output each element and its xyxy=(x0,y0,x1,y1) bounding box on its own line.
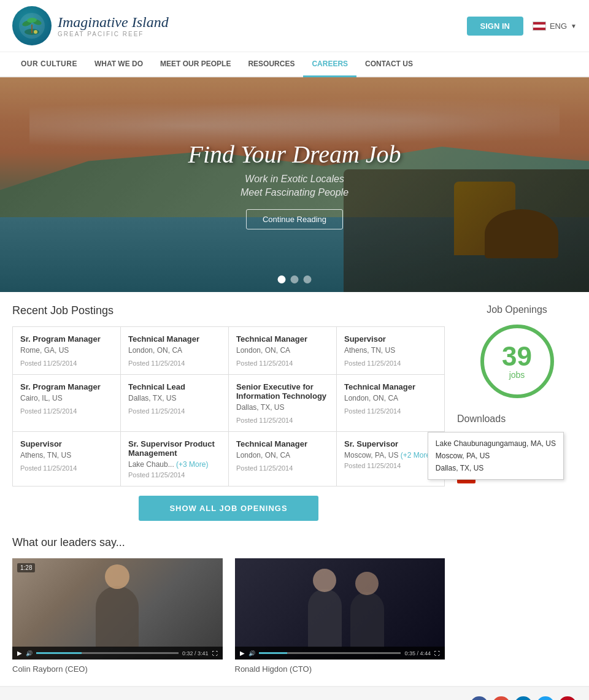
footer-nav: OUR CULTURE WHAT WE DO MEET OUR PEOPLE R… xyxy=(12,696,577,700)
nav-item-contact-us[interactable]: CONTACT US xyxy=(356,52,422,76)
fullscreen-icon[interactable]: ⛶ xyxy=(212,650,218,656)
time-ceo: 0:32 / 3:41 xyxy=(182,650,209,656)
volume-icon[interactable]: 🔊 xyxy=(26,650,33,656)
head-silhouette-cto-1 xyxy=(313,569,336,592)
video-controls-bar-cto: ▶ 🔊 0:35 / 4:44 ⛶ xyxy=(235,647,445,660)
nav-item-careers[interactable]: CAREERS xyxy=(303,52,356,77)
table-row: Sr. Supervisor Moscow, PA, US (+2 More) … xyxy=(337,432,444,486)
facebook-button[interactable]: f xyxy=(470,696,488,700)
dot-1[interactable] xyxy=(278,275,286,283)
job-title: Sr. Supervisor Product Management xyxy=(128,439,221,458)
downloads-title: Downloads xyxy=(457,413,577,425)
tooltip-item: Dallas, TX, US xyxy=(436,462,556,474)
job-title: Supervisor xyxy=(20,439,113,448)
job-posted: Posted 11/25/2014 xyxy=(344,462,437,469)
video-thumbnail-cto: ▶ 🔊 0:35 / 4:44 ⛶ xyxy=(235,558,445,660)
continue-reading-button[interactable]: Continue Reading xyxy=(246,209,343,229)
job-location: Dallas, TX, US xyxy=(128,394,221,402)
video-controls-bar: ▶ 🔊 0:32 / 3:41 ⛶ xyxy=(12,647,223,660)
progress-bar-cto[interactable] xyxy=(259,652,401,654)
location-tooltip: Lake Chaubunagungamaug, MA, US Moscow, P… xyxy=(428,432,564,480)
job-title: Sr. Program Manager xyxy=(20,382,113,391)
job-posted: Posted 11/25/2014 xyxy=(20,360,113,367)
job-location: London, ON, CA xyxy=(236,346,329,355)
play-icon-cto[interactable]: ▶ xyxy=(240,650,245,656)
table-row: Technical Manager London, ON, CA Posted … xyxy=(229,327,336,374)
hero-dots xyxy=(278,275,312,283)
job-location: London, ON, CA xyxy=(344,394,437,402)
job-location: London, ON, CA xyxy=(236,451,329,460)
job-location: Cairo, IL, US xyxy=(20,394,113,402)
person-silhouette-cto-2 xyxy=(350,592,384,647)
job-title: Technical Manager xyxy=(128,334,221,344)
hero-title: Find Your Dream Job xyxy=(188,140,401,169)
job-count: 39 xyxy=(502,343,532,370)
job-grid: Sr. Program Manager Rome, GA, US Posted … xyxy=(12,326,445,487)
table-row: Technical Manager London, ON, CA Posted … xyxy=(121,327,228,374)
hero-subtitle2: Meet Fascinating People xyxy=(241,187,348,198)
twitter-button[interactable]: t xyxy=(536,696,555,700)
table-row: Sr. Program Manager Rome, GA, US Posted … xyxy=(13,327,120,374)
header-right: SIGN IN ENG ▼ xyxy=(467,17,577,36)
linkedin-button[interactable]: in xyxy=(514,696,533,700)
show-all-jobs-button[interactable]: SHOW ALL JOB OPENINGS xyxy=(139,496,318,521)
logo-area: Imaginative Island GREAT PACIFIC REEF xyxy=(12,6,169,45)
job-title: Sr. Program Manager xyxy=(20,334,113,344)
job-posted: Posted 11/25/2014 xyxy=(20,407,113,415)
header: Imaginative Island GREAT PACIFIC REEF SI… xyxy=(0,0,589,52)
job-location: Athens, TN, US xyxy=(20,451,113,460)
progress-fill-cto xyxy=(259,652,287,654)
job-title: Supervisor xyxy=(344,334,437,344)
dot-2[interactable] xyxy=(291,275,299,283)
table-row: Technical Lead Dallas, TX, US Posted 11/… xyxy=(121,375,228,431)
job-openings-widget: Job Openings 39 jobs xyxy=(457,304,577,398)
job-title: Technical Lead xyxy=(128,382,221,391)
logo-icon xyxy=(12,6,52,45)
job-posted: Posted 11/25/2014 xyxy=(344,360,437,367)
table-row: Senior Executive for Information Technol… xyxy=(229,375,336,431)
flag-icon xyxy=(533,21,546,31)
job-title: Technical Manager xyxy=(236,439,329,448)
nav-item-what-we-do[interactable]: WHAT WE DO xyxy=(86,52,152,76)
play-icon[interactable]: ▶ xyxy=(17,650,22,656)
more-locations-1[interactable]: (+3 More) xyxy=(176,460,208,469)
table-row: Supervisor Athens, TN, US Posted 11/25/2… xyxy=(337,327,444,374)
progress-bar-ceo[interactable] xyxy=(36,652,179,654)
lang-selector[interactable]: ENG ▼ xyxy=(533,21,577,31)
palm-tree-icon xyxy=(18,12,45,39)
right-column: Job Openings 39 jobs Downloads PDF McKin… xyxy=(457,304,577,674)
google-plus-button[interactable]: g+ xyxy=(492,696,510,700)
job-posted: Posted 11/25/2014 xyxy=(236,417,329,424)
fullscreen-icon-cto[interactable]: ⛶ xyxy=(434,650,440,656)
table-row: Sr. Program Manager Cairo, IL, US Posted… xyxy=(13,375,120,431)
job-location: London, ON, CA xyxy=(128,346,221,355)
sign-in-button[interactable]: SIGN IN xyxy=(467,17,523,36)
job-location: Moscow, PA, US (+2 More) xyxy=(344,451,437,460)
dot-3[interactable] xyxy=(304,275,312,283)
chevron-down-icon: ▼ xyxy=(571,23,577,29)
leaders-title: What our leaders say... xyxy=(12,536,445,549)
tooltip-item: Moscow, PA, US xyxy=(436,450,556,462)
job-openings-title: Job Openings xyxy=(457,304,577,315)
job-posted: Posted 11/25/2014 xyxy=(128,471,221,479)
leaders-section: What our leaders say... ▶ 🔊 xyxy=(12,536,445,674)
job-location: Rome, GA, US xyxy=(20,346,113,355)
head-silhouette-cto-2 xyxy=(355,572,379,595)
nav-item-resources[interactable]: RESOURCES xyxy=(239,52,303,76)
hero-section: Find Your Dream Job Work in Exotic Local… xyxy=(0,77,589,292)
job-location: Dallas, TX, US xyxy=(236,403,329,412)
recent-jobs-section: Recent Job Postings Sr. Program Manager … xyxy=(12,304,445,521)
job-posted: Posted 11/25/2014 xyxy=(128,360,221,367)
video-thumbnail-ceo: ▶ 🔊 0:32 / 3:41 ⛶ 1:28 xyxy=(12,558,223,660)
table-row: Technical Manager London, ON, CA Posted … xyxy=(337,375,444,431)
pinterest-button[interactable]: P xyxy=(558,696,577,700)
tooltip-item: Lake Chaubunagungamaug, MA, US xyxy=(436,437,556,450)
footer: OUR CULTURE WHAT WE DO MEET OUR PEOPLE R… xyxy=(0,686,589,700)
video-row: ▶ 🔊 0:32 / 3:41 ⛶ 1:28 Colin Rayborn (CE… xyxy=(12,558,445,674)
nav-item-meet-our-people[interactable]: MEET OUR PEOPLE xyxy=(152,52,239,76)
job-posted: Posted 11/25/2014 xyxy=(236,464,329,472)
head-silhouette-ceo xyxy=(105,564,129,589)
show-all-area: SHOW ALL JOB OPENINGS xyxy=(12,496,445,521)
nav-item-our-culture[interactable]: OUR CULTURE xyxy=(12,52,86,76)
volume-icon-cto[interactable]: 🔊 xyxy=(248,650,255,656)
